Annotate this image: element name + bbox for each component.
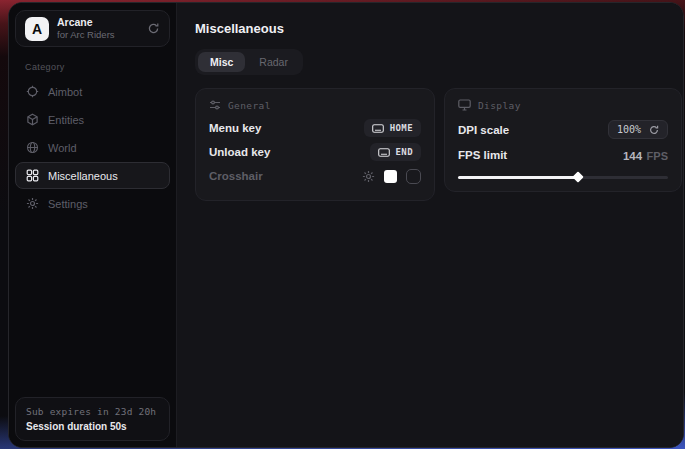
crosshair-label: Crosshair <box>209 170 263 182</box>
category-label: Category <box>25 62 176 72</box>
menu-key-button[interactable]: HOME <box>364 119 421 137</box>
app-subtitle: for Arc Riders <box>57 29 115 41</box>
unload-key-value: END <box>396 147 413 157</box>
entities-icon <box>25 113 39 126</box>
sidebar: A Arcane for Arc Riders Category Aimbot <box>9 3 177 447</box>
sliders-icon <box>209 99 221 111</box>
fps-slider-thumb[interactable] <box>572 171 583 182</box>
menu-key-row: Menu key HOME <box>209 116 421 140</box>
sidebar-item-entities[interactable]: Entities <box>15 106 170 133</box>
gear-icon <box>25 197 39 210</box>
general-panel-title: General <box>228 100 271 111</box>
monitor-icon <box>458 99 471 111</box>
general-panel: General Menu key HOME Unload key <box>195 88 435 201</box>
sidebar-item-aimbot[interactable]: Aimbot <box>15 78 170 105</box>
app-header-card: A Arcane for Arc Riders <box>15 10 170 47</box>
menu-key-value: HOME <box>390 123 413 133</box>
crosshair-color-swatch[interactable] <box>384 170 397 183</box>
dpi-scale-value: 100% <box>617 124 641 135</box>
tab-radar[interactable]: Radar <box>247 52 300 72</box>
sidebar-item-world[interactable]: World <box>15 134 170 161</box>
refresh-icon[interactable] <box>147 22 160 35</box>
keyboard-icon <box>378 148 390 157</box>
sidebar-item-miscellaneous[interactable]: Miscellaneous <box>15 162 170 189</box>
page-title: Miscellaneous <box>195 21 682 36</box>
unload-key-button[interactable]: END <box>370 143 421 161</box>
keyboard-icon <box>372 124 384 133</box>
fps-limit-row: FPS limit 144 FPS <box>458 143 668 167</box>
fps-limit-unit: FPS <box>647 150 668 162</box>
dpi-scale-label: DPI scale <box>458 124 509 136</box>
dpi-scale-row: DPI scale 100% <box>458 116 668 143</box>
tab-bar: Misc Radar <box>195 49 303 75</box>
session-duration-text: Session duration 50s <box>26 421 159 432</box>
fps-slider-fill <box>458 176 578 179</box>
sidebar-item-label: World <box>48 142 77 154</box>
crosshair-settings-gear-icon[interactable] <box>362 170 375 183</box>
unload-key-row: Unload key END <box>209 140 421 164</box>
display-panel-title: Display <box>478 100 521 111</box>
dpi-scale-select[interactable]: 100% <box>608 120 668 139</box>
display-panel: Display DPI scale 100% FPS limit <box>444 88 682 192</box>
crosshair-icon <box>25 85 39 98</box>
menu-key-label: Menu key <box>209 122 261 134</box>
app-window: A Arcane for Arc Riders Category Aimbot <box>8 2 684 448</box>
reset-icon[interactable] <box>649 125 659 135</box>
unload-key-label: Unload key <box>209 146 270 158</box>
fps-limit-value: 144 <box>623 150 642 162</box>
subscription-card: Sub expires in 23d 20h Session duration … <box>15 397 170 441</box>
sidebar-item-label: Settings <box>48 198 88 210</box>
main-content: Miscellaneous Misc Radar General Menu ke… <box>177 3 684 447</box>
grid-icon <box>25 169 39 182</box>
crosshair-checkbox[interactable] <box>406 169 421 184</box>
sidebar-item-label: Aimbot <box>48 86 82 98</box>
fps-limit-label: FPS limit <box>458 149 507 161</box>
sub-expires-text: Sub expires in 23d 20h <box>26 406 159 417</box>
fps-limit-slider[interactable] <box>458 176 668 179</box>
crosshair-row: Crosshair <box>209 164 421 188</box>
globe-icon <box>25 141 39 154</box>
sidebar-item-label: Miscellaneous <box>48 170 118 182</box>
sidebar-nav: Aimbot Entities World <box>9 78 176 217</box>
sidebar-item-label: Entities <box>48 114 84 126</box>
sidebar-item-settings[interactable]: Settings <box>15 190 170 217</box>
app-name: Arcane <box>57 16 115 29</box>
app-logo: A <box>25 17 49 41</box>
tab-misc[interactable]: Misc <box>198 52 245 72</box>
